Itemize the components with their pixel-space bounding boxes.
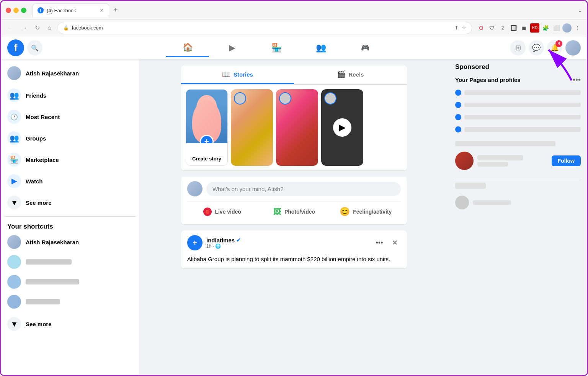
- sidebar-groups-label: Groups: [26, 135, 46, 142]
- sidebar-item-most-recent[interactable]: 🕐 Most Recent: [4, 106, 136, 128]
- browser-titlebar: f (4) Facebook ✕ + ⌄: [1, 1, 587, 20]
- create-story-card[interactable]: + Create story: [186, 89, 228, 166]
- nav-groups[interactable]: 👥: [299, 39, 342, 57]
- create-story-bottom: Create story: [186, 143, 227, 165]
- shortcut-blurred-2[interactable]: [4, 272, 136, 292]
- extension-icon-3[interactable]: ◼: [519, 23, 529, 33]
- sidebar-recent-label: Most Recent: [26, 114, 60, 120]
- tab-dropdown-button[interactable]: ⌄: [578, 7, 582, 13]
- split-screen-icon[interactable]: ⬜: [552, 23, 561, 33]
- home-button[interactable]: ⌂: [46, 23, 53, 33]
- photo-video-label: Photo/video: [284, 209, 315, 215]
- sidebar-item-groups[interactable]: 👥 Groups: [4, 128, 136, 149]
- fb-main-content: Atish Rajasekharan 👥 Friends 🕐 Most Rece…: [1, 59, 587, 375]
- fb-logo[interactable]: f: [7, 39, 24, 56]
- photo-video-button[interactable]: 🖼 Photo/video: [259, 204, 329, 220]
- opera-icon[interactable]: O: [477, 23, 486, 33]
- url-bar[interactable]: 🔒 facebook.com ⬆ ☆: [57, 22, 472, 34]
- refresh-button[interactable]: ↻: [33, 23, 41, 33]
- news-close-button[interactable]: ✕: [389, 237, 401, 249]
- page-name-3: [464, 115, 581, 119]
- sidebar-item-marketplace[interactable]: 🏪 Marketplace: [4, 149, 136, 170]
- news-more-button[interactable]: •••: [373, 237, 385, 249]
- tab-stories[interactable]: 📖 Stories: [181, 65, 294, 84]
- fb-search-button[interactable]: 🔍: [27, 40, 42, 56]
- contact-item-1[interactable]: [455, 193, 581, 212]
- sponsored-ad-action-button[interactable]: Follow: [552, 155, 581, 166]
- menu-button[interactable]: ⋮: [573, 23, 582, 33]
- story-item-2[interactable]: [276, 89, 318, 166]
- facebook-app: f 🔍 🏠 ▶ 🏪 👥 🎮 ⊞ 💬 🔔 4: [1, 36, 587, 375]
- profile-avatar-small[interactable]: [562, 23, 572, 33]
- shortcut-blurred-1[interactable]: [4, 252, 136, 272]
- puzzle-icon[interactable]: 🧩: [541, 23, 550, 33]
- sidebar-item-see-more-2[interactable]: ▾ See more: [4, 313, 136, 335]
- extension-icon-2[interactable]: 🔲: [509, 23, 518, 33]
- back-button[interactable]: ←: [6, 23, 15, 33]
- browser-urlbar: ← → ↻ ⌂ 🔒 facebook.com ⬆ ☆ O 🛡 2 🔲 ◼ HD …: [1, 20, 587, 36]
- extension-icon-1[interactable]: 2: [498, 23, 507, 33]
- maximize-button[interactable]: [21, 8, 26, 13]
- feeling-activity-button[interactable]: 😊 Feeling/activity: [331, 204, 401, 220]
- tab-close-button[interactable]: ✕: [100, 7, 104, 13]
- pocket-icon[interactable]: 🛡: [487, 23, 497, 33]
- new-tab-button[interactable]: +: [114, 6, 118, 14]
- minimize-button[interactable]: [13, 8, 19, 13]
- pages-list: [455, 87, 581, 135]
- story-item-1[interactable]: [231, 89, 273, 166]
- bookmark-icon[interactable]: ☆: [462, 25, 466, 31]
- sidebar-marketplace-label: Marketplace: [26, 157, 59, 163]
- page-name-1: [464, 90, 581, 95]
- indiatimes-logo: +: [187, 235, 203, 250]
- blurred-icon-1: [7, 255, 21, 269]
- story-item-3[interactable]: ▶: [321, 89, 363, 166]
- share-icon[interactable]: ⬆: [454, 25, 459, 31]
- ssl-lock-icon: 🔒: [63, 25, 69, 31]
- chevron-down-icon-2: ▾: [7, 317, 21, 331]
- story-2-avatar: [279, 92, 291, 105]
- sidebar-see-more-label-2: See more: [26, 321, 52, 327]
- globe-icon: 🌐: [215, 244, 221, 249]
- extension-icon-4[interactable]: HD: [530, 23, 539, 33]
- traffic-lights: [6, 8, 26, 13]
- create-story-top: +: [186, 90, 227, 143]
- close-button[interactable]: [6, 8, 11, 13]
- sidebar-user-profile[interactable]: Atish Rajasekharan: [4, 63, 136, 83]
- shortcut-user-name: Atish Rajasekharan: [26, 239, 79, 245]
- sidebar-item-see-more[interactable]: ▾ See more: [4, 192, 136, 213]
- news-card-header: + Indiatimes ✔ 1h · 🌐: [187, 235, 401, 250]
- forward-button[interactable]: →: [20, 23, 29, 33]
- browser-toolbar-icons: O 🛡 2 🔲 ◼ HD 🧩 ⬜ ⋮: [477, 23, 582, 33]
- right-sidebar-divider: [455, 178, 581, 178]
- sidebar-item-friends[interactable]: 👥 Friends: [4, 85, 136, 106]
- news-source-meta: 1h · 🌐: [206, 244, 373, 249]
- stories-tab-label: Stories: [234, 71, 253, 78]
- page-icon-3: [455, 114, 461, 120]
- sponsored-ad-person: Follow: [455, 149, 581, 173]
- fb-navigation: 🏠 ▶ 🏪 👥 🎮: [42, 39, 510, 57]
- nav-home[interactable]: 🏠: [166, 39, 209, 57]
- nav-marketplace[interactable]: 🏪: [255, 39, 298, 57]
- active-tab[interactable]: f (4) Facebook ✕: [33, 3, 109, 17]
- sidebar-item-watch[interactable]: ▶ Watch: [4, 170, 136, 192]
- post-action-buttons: 🔴 Live video 🖼 Photo/video 😊 Feeling/act…: [187, 201, 401, 220]
- sidebar-user-avatar: [7, 66, 21, 80]
- stories-content: + Create story: [181, 85, 407, 170]
- story-3-avatar: [324, 92, 336, 105]
- live-video-icon: 🔴: [203, 208, 212, 216]
- create-story-label: Create story: [192, 156, 221, 162]
- news-card-actions: ••• ✕: [373, 237, 401, 249]
- page-item-3[interactable]: [455, 112, 581, 123]
- tab-reels[interactable]: 🎬 Reels: [294, 65, 407, 84]
- watch-icon: ▶: [7, 174, 21, 188]
- page-item-1[interactable]: [455, 87, 581, 98]
- news-text: Alibaba Group is planning to split its m…: [187, 255, 401, 264]
- page-item-4[interactable]: [455, 124, 581, 135]
- post-input-field[interactable]: What's on your mind, Atish?: [206, 182, 401, 196]
- page-item-2[interactable]: [455, 100, 581, 110]
- nav-gaming[interactable]: 🎮: [344, 39, 387, 57]
- shortcut-blurred-3[interactable]: [4, 292, 136, 312]
- nav-watch[interactable]: ▶: [211, 39, 253, 57]
- live-video-button[interactable]: 🔴 Live video: [187, 204, 257, 220]
- shortcut-user[interactable]: Atish Rajasekharan: [4, 232, 136, 252]
